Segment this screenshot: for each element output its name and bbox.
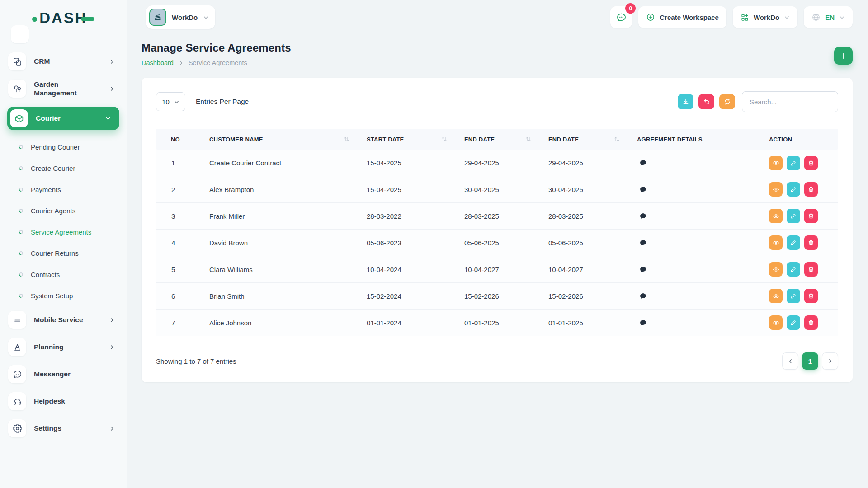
cell-no: 6 <box>156 292 199 300</box>
cell-end-date-2: 05-06-2025 <box>538 239 627 247</box>
workspace-switcher[interactable]: WorkDo <box>146 5 215 29</box>
sort-icon[interactable] <box>344 136 349 142</box>
sidebar-item-helpdesk[interactable]: Helpdesk <box>8 392 118 410</box>
column-header-action: ACTION <box>759 129 838 150</box>
agreement-details-icon[interactable] <box>627 159 759 167</box>
language-selector[interactable]: EN <box>804 6 853 28</box>
breadcrumb: Dashboard Service Agreements <box>142 59 291 66</box>
app-menu-button[interactable]: WorkDo <box>733 6 797 28</box>
sidebar-item-label: Create Courier <box>31 164 75 172</box>
sidebar-item-contracts[interactable]: Contracts <box>7 264 119 285</box>
column-header-end-date-2[interactable]: END DATE <box>538 129 627 150</box>
refresh-button[interactable] <box>719 94 735 109</box>
column-header-start-date[interactable]: START DATE <box>357 129 454 150</box>
sidebar-item-courier-returns[interactable]: Courier Returns <box>7 243 119 264</box>
bullet-icon <box>18 187 24 192</box>
bullet-icon <box>18 165 24 171</box>
pencil-icon <box>790 319 797 326</box>
sidebar-item-create-courier[interactable]: Create Courier <box>7 158 119 179</box>
cell-customer-name: Brian Smith <box>199 292 357 300</box>
messages-button[interactable]: 0 <box>610 6 632 28</box>
agreement-details-icon[interactable] <box>627 212 759 220</box>
delete-button[interactable] <box>804 182 818 197</box>
eye-icon <box>773 186 779 193</box>
pencil-icon <box>790 293 797 299</box>
cell-end-date-2: 15-02-2026 <box>538 292 627 300</box>
edit-button[interactable] <box>787 182 800 197</box>
cell-end-date: 15-02-2026 <box>454 292 538 300</box>
column-header-end-date[interactable]: END DATE <box>454 129 538 150</box>
cell-no: 4 <box>156 239 199 247</box>
chevron-right-icon <box>109 426 115 432</box>
column-header-customer-name[interactable]: CUSTOMER NAME <box>199 129 357 150</box>
sidebar-item-mobile-service[interactable]: Mobile Service <box>8 311 118 329</box>
edit-button[interactable] <box>787 156 800 170</box>
delete-button[interactable] <box>804 209 818 223</box>
delete-button[interactable] <box>804 315 818 330</box>
sidebar-item-label: Messenger <box>34 370 118 378</box>
delete-button[interactable] <box>804 156 818 170</box>
bullet-icon <box>18 272 24 277</box>
delete-button[interactable] <box>804 235 818 250</box>
delete-button[interactable] <box>804 289 818 303</box>
add-agreement-button[interactable] <box>834 47 853 65</box>
page-1-button[interactable]: 1 <box>802 352 818 370</box>
cell-customer-name: Frank Miller <box>199 212 357 220</box>
eye-icon <box>773 293 779 300</box>
view-button[interactable] <box>769 235 783 250</box>
sidebar-item-courier[interactable]: Courier <box>7 107 119 130</box>
view-button[interactable] <box>769 182 783 197</box>
sidebar-item-messenger[interactable]: Messenger <box>8 365 118 383</box>
search-input[interactable] <box>742 91 838 112</box>
entries-value: 10 <box>162 98 170 106</box>
prev-page-button[interactable] <box>782 352 798 370</box>
agreement-details-icon[interactable] <box>627 266 759 273</box>
garden-icon <box>8 80 26 98</box>
sidebar-item-payments[interactable]: Payments <box>7 179 119 200</box>
agreement-details-icon[interactable] <box>627 186 759 193</box>
eye-icon <box>773 213 779 220</box>
sort-icon[interactable] <box>525 136 531 142</box>
bullet-icon <box>18 229 24 235</box>
view-button[interactable] <box>769 315 783 330</box>
sidebar-item-garden-management[interactable]: Garden Management <box>8 80 118 98</box>
breadcrumb-dashboard-link[interactable]: Dashboard <box>142 59 174 66</box>
reset-button[interactable] <box>698 94 714 109</box>
sidebar-item-pending-courier[interactable]: Pending Courier <box>7 136 119 158</box>
view-button[interactable] <box>769 289 783 303</box>
sidebar-item-planning[interactable]: Planning <box>8 338 118 356</box>
edit-button[interactable] <box>787 209 800 223</box>
sidebar-item-crm[interactable]: CRM <box>8 52 118 70</box>
next-page-button[interactable] <box>822 352 838 370</box>
delete-button[interactable] <box>804 262 818 277</box>
view-button[interactable] <box>769 209 783 223</box>
export-button[interactable] <box>678 94 693 109</box>
edit-button[interactable] <box>787 289 800 303</box>
create-workspace-button[interactable]: Create Workspace <box>638 6 726 28</box>
entries-per-page-select[interactable]: 10 <box>156 92 185 111</box>
sort-icon[interactable] <box>614 136 620 142</box>
chevron-right-icon <box>109 59 115 65</box>
view-button[interactable] <box>769 262 783 277</box>
edit-button[interactable] <box>787 315 800 330</box>
edit-button[interactable] <box>787 235 800 250</box>
table-row: 3 Frank Miller 28-03-2022 28-03-2025 28-… <box>156 203 838 230</box>
sidebar-item-courier-agents[interactable]: Courier Agents <box>7 200 119 221</box>
chevron-down-icon <box>839 14 845 20</box>
edit-button[interactable] <box>787 262 800 277</box>
cell-start-date: 05-06-2023 <box>357 239 454 247</box>
package-icon <box>10 109 28 127</box>
view-button[interactable] <box>769 156 783 170</box>
agreement-details-icon[interactable] <box>627 239 759 247</box>
sidebar-item-system-setup[interactable]: System Setup <box>7 285 119 306</box>
table-header-row: NO CUSTOMER NAME START DATE END DATE END… <box>156 129 838 150</box>
agreement-details-icon[interactable] <box>627 319 759 327</box>
sort-icon[interactable] <box>441 136 447 142</box>
chevron-right-icon <box>827 358 833 364</box>
sidebar-item-settings[interactable]: Settings <box>8 419 118 437</box>
agreement-details-icon[interactable] <box>627 292 759 300</box>
sidebar-item-service-agreements[interactable]: Service Agreements <box>7 221 119 243</box>
plus-circle-icon <box>646 13 655 22</box>
sidebar-item-label: Garden Management <box>34 80 101 98</box>
trash-icon <box>808 319 814 326</box>
